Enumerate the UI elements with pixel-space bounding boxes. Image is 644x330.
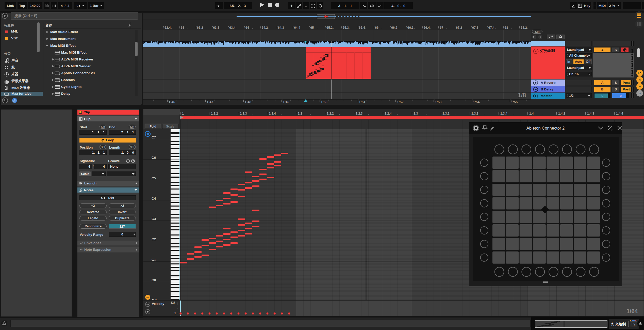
svg-text:R: R bbox=[639, 78, 641, 81]
svg-text:I•O: I•O bbox=[638, 72, 641, 74]
svg-text:M: M bbox=[639, 85, 641, 88]
svg-text:D: D bbox=[639, 92, 641, 95]
